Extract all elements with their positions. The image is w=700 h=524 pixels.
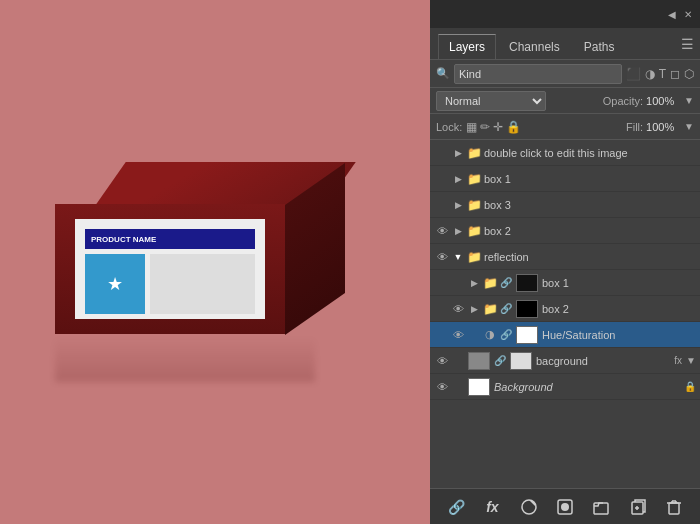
new-layer-button[interactable]	[627, 496, 649, 518]
new-layer-icon	[630, 499, 646, 515]
tab-paths[interactable]: Paths	[573, 34, 626, 59]
layer-item[interactable]: 👁 ▶ 📁 🔗 box 1	[430, 270, 700, 296]
layer-item[interactable]: 👁 ▶ 📁 🔗 box 2	[430, 296, 700, 322]
panel-toolbar: 🔗 fx	[430, 488, 700, 524]
lock-row: Lock: ▦ ✏ ✛ 🔒 Fill: 100% ▼	[430, 114, 700, 140]
layers-panel: ◀ ✕ Layers Channels Paths ☰ 🔍 Kind ⬛ ◑ T…	[430, 0, 700, 524]
layer-visibility-toggle[interactable]: 👁	[450, 275, 466, 291]
expand-button[interactable]: ✕	[684, 9, 694, 19]
filter-icons: ⬛ ◑ T ◻ ⬡	[626, 67, 694, 81]
layer-expand-arrow[interactable]: ▼	[452, 249, 464, 265]
layer-name: Background	[494, 381, 682, 393]
canvas-area: PRODUCT NAME ★	[0, 0, 430, 524]
new-fill-icon	[521, 499, 537, 515]
mask-icon	[557, 499, 573, 515]
opacity-arrow[interactable]: ▼	[684, 95, 694, 106]
folder-icon: 📁	[466, 223, 482, 239]
lock-icon: 🔒	[684, 381, 696, 392]
layer-visibility-toggle[interactable]: 👁	[434, 249, 450, 265]
delete-icon	[666, 499, 682, 515]
layer-thumbnail	[468, 378, 490, 396]
tab-channels[interactable]: Channels	[498, 34, 571, 59]
panel-menu-icon[interactable]: ☰	[681, 36, 694, 52]
search-icon: 🔍	[436, 67, 450, 80]
layer-visibility-toggle[interactable]: 👁	[434, 223, 450, 239]
shape-filter-icon[interactable]: ◻	[670, 67, 680, 81]
adjustment-icon: ◑	[482, 328, 498, 341]
panel-titlebar: ◀ ✕	[430, 0, 700, 28]
layer-item[interactable]: 👁 ▶ 📁 box 2	[430, 218, 700, 244]
chain-icon: 🔗	[494, 355, 506, 366]
fill-value: 100%	[646, 121, 681, 133]
folder-icon: 📁	[466, 249, 482, 265]
layer-name: box 1	[484, 173, 696, 185]
layer-visibility-toggle[interactable]: 👁	[434, 353, 450, 369]
smart-filter-icon[interactable]: ⬡	[684, 67, 694, 81]
layer-expand-arrow[interactable]: ▶	[468, 275, 480, 291]
fx-expand-arrow[interactable]: ▼	[686, 355, 696, 366]
link-button[interactable]: 🔗	[445, 496, 467, 518]
layer-visibility-toggle[interactable]: 👁	[434, 197, 450, 213]
fx-button[interactable]: fx	[481, 496, 503, 518]
layer-name: bacground	[536, 355, 672, 367]
blend-mode-select[interactable]: Normal	[436, 91, 546, 111]
layer-name: box 2	[542, 303, 696, 315]
layers-list[interactable]: 👁 ▶ 📁 double click to edit this image 👁 …	[430, 140, 700, 488]
blend-row: Normal Opacity: 100% ▼	[430, 88, 700, 114]
layer-visibility-toggle[interactable]: 👁	[450, 301, 466, 317]
collapse-button[interactable]: ◀	[668, 9, 678, 19]
layer-mask-thumbnail	[510, 352, 532, 370]
folder-icon: 📁	[466, 197, 482, 213]
fx-badge: fx	[674, 355, 682, 366]
lock-position-icon[interactable]: ✛	[493, 120, 503, 134]
layer-thumbnail	[468, 352, 490, 370]
folder-icon: 📁	[482, 275, 498, 291]
layer-name: Hue/Saturation	[542, 329, 696, 341]
fill-label: Fill:	[626, 121, 643, 133]
layer-expand-arrow[interactable]: ▶	[452, 145, 464, 161]
layer-item[interactable]: 👁 Background 🔒	[430, 374, 700, 400]
lock-icons: ▦ ✏ ✛ 🔒	[466, 120, 521, 134]
adj-filter-icon[interactable]: ◑	[645, 67, 655, 81]
text-filter-icon[interactable]: T	[659, 67, 666, 81]
fill-arrow[interactable]: ▼	[684, 121, 694, 132]
layer-visibility-toggle[interactable]: 👁	[434, 145, 450, 161]
opacity-row: Opacity: 100% ▼	[603, 95, 694, 107]
new-fill-button[interactable]	[518, 496, 540, 518]
lock-paint-icon[interactable]: ✏	[480, 120, 490, 134]
box-label: PRODUCT NAME ★	[75, 219, 265, 319]
fill-row: Fill: 100% ▼	[626, 121, 694, 133]
layer-item[interactable]: 👁 🔗 bacground fx ▼	[430, 348, 700, 374]
panel-tabs: Layers Channels Paths ☰	[430, 28, 700, 60]
layer-thumbnail	[516, 274, 538, 292]
layer-visibility-toggle[interactable]: 👁	[434, 171, 450, 187]
layer-visibility-toggle[interactable]: 👁	[434, 379, 450, 395]
layer-item[interactable]: 👁 ▼ 📁 reflection	[430, 244, 700, 270]
lock-all-icon[interactable]: 🔒	[506, 120, 521, 134]
layer-item[interactable]: 👁 ◑ 🔗 Hue/Saturation	[430, 322, 700, 348]
pixel-filter-icon[interactable]: ⬛	[626, 67, 641, 81]
layer-expand-arrow[interactable]: ▶	[452, 223, 464, 239]
layer-expand-arrow[interactable]: ▶	[452, 171, 464, 187]
layer-name: box 1	[542, 277, 696, 289]
layer-item[interactable]: 👁 ▶ 📁 box 1	[430, 166, 700, 192]
layer-thumbnail	[516, 300, 538, 318]
svg-rect-3	[594, 503, 608, 514]
layer-visibility-toggle[interactable]: 👁	[450, 327, 466, 343]
layer-expand-arrow[interactable]: ▶	[468, 301, 480, 317]
layer-name: box 2	[484, 225, 696, 237]
lock-transparent-icon[interactable]: ▦	[466, 120, 477, 134]
opacity-label: Opacity:	[603, 95, 643, 107]
new-group-button[interactable]	[590, 496, 612, 518]
tab-layers[interactable]: Layers	[438, 34, 496, 59]
layer-expand-arrow[interactable]: ▶	[452, 197, 464, 213]
kind-select[interactable]: Kind	[454, 64, 622, 84]
mask-button[interactable]	[554, 496, 576, 518]
box-front-face: PRODUCT NAME ★	[55, 204, 285, 334]
layer-item[interactable]: 👁 ▶ 📁 box 3	[430, 192, 700, 218]
group-icon	[593, 499, 609, 515]
chain-icon: 🔗	[500, 329, 512, 340]
layer-item[interactable]: 👁 ▶ 📁 double click to edit this image	[430, 140, 700, 166]
delete-layer-button[interactable]	[663, 496, 685, 518]
folder-icon: 📁	[466, 145, 482, 161]
